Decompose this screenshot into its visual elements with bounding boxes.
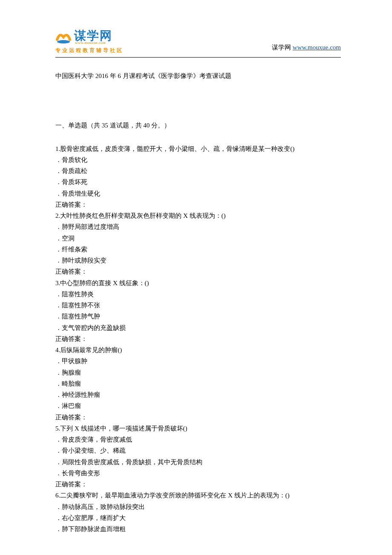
header-site-reference: 谋学网 www.mouxue.com	[272, 42, 341, 55]
question-option: ．骨质疏松	[55, 165, 341, 176]
question-list: 1.股骨密度减低，皮质变薄，髓腔开大，骨小梁细、小、疏，骨缘清晰是某一种改变()…	[55, 143, 341, 535]
question-option: ．肺野局部透过度增高	[55, 221, 341, 232]
header-divider	[55, 57, 341, 58]
answer-label: 正确答案：	[55, 412, 341, 423]
question-option: ．支气管腔内的充盈缺损	[55, 322, 341, 333]
question-option: ．阻塞性肺气肿	[55, 311, 341, 322]
question-option: ．骨质增生硬化	[55, 188, 341, 199]
question-option: ．甲状腺肿	[55, 356, 341, 367]
question-stem: 2.大叶性肺炎红色肝样变期及灰色肝样变期的 X 线表现为：()	[55, 210, 341, 221]
question-option: ．局限性骨质密度减低，骨质缺损，其中无骨质结构	[55, 457, 341, 468]
question-option: ．骨皮质变薄，骨密度减低	[55, 434, 341, 445]
svg-point-0	[57, 40, 70, 43]
question-stem: 5.下列 X 线描述中，哪一项描述属于骨质破坏()	[55, 423, 341, 434]
question-stem: 1.股骨密度减低，皮质变薄，髓腔开大，骨小梁细、小、疏，骨缘清晰是某一种改变()	[55, 143, 341, 154]
site-logo: 谋学网 www.mouxue.com 专业远程教育辅导社区	[55, 30, 132, 55]
question-option: ．畸胎瘤	[55, 378, 341, 389]
question-option: ．骨质坏死	[55, 176, 341, 188]
question-option: ．肺叶或肺段实变	[55, 255, 341, 266]
question-option: ．骨质软化	[55, 154, 341, 165]
logo-text: 谋学网	[74, 30, 112, 42]
question-option: ．肺下部静脉淤血而增粗	[55, 523, 341, 535]
question-option: ．长骨弯曲变形	[55, 468, 341, 479]
answer-label: 正确答案：	[55, 266, 341, 277]
question-option: ．阻塞性肺炎	[55, 289, 341, 300]
answer-label: 正确答案：	[55, 333, 341, 344]
question-option: ．淋巴瘤	[55, 400, 341, 411]
question-option: ．肺动脉高压，致肺动脉段突出	[55, 501, 341, 512]
section-heading: 一、单选题（共 35 道试题，共 40 分。）	[55, 120, 341, 131]
document-title: 中国医科大学 2016 年 6 月课程考试《医学影像学》考查课试题	[55, 70, 341, 81]
question-option: ．右心室肥厚，继而扩大	[55, 512, 341, 523]
logo-icon	[55, 31, 72, 44]
question-stem: 4.后纵隔最常见的肿瘤()	[55, 344, 341, 356]
site-name-prefix: 谋学网	[272, 44, 293, 51]
site-link[interactable]: www.mouxue.com	[293, 44, 341, 51]
answer-label: 正确答案：	[55, 199, 341, 210]
question-option: ．空洞	[55, 233, 341, 244]
question-option: ．骨小梁变细、少、稀疏	[55, 445, 341, 456]
logo-tagline: 专业远程教育辅导社区	[55, 46, 132, 55]
question-option: ．神经源性肿瘤	[55, 389, 341, 400]
question-stem: 3.中心型肺癌的直接 X 线征象：()	[55, 278, 341, 289]
question-option: ．纤维条索	[55, 244, 341, 255]
question-stem: 6.二尖瓣狭窄时，最早期血液动力学改变所致的肺循环变化在 X 线片上的表现为：(…	[55, 490, 341, 501]
question-option: ．阻塞性肺不张	[55, 300, 341, 311]
question-option: ．胸腺瘤	[55, 367, 341, 378]
answer-label: 正确答案：	[55, 479, 341, 490]
